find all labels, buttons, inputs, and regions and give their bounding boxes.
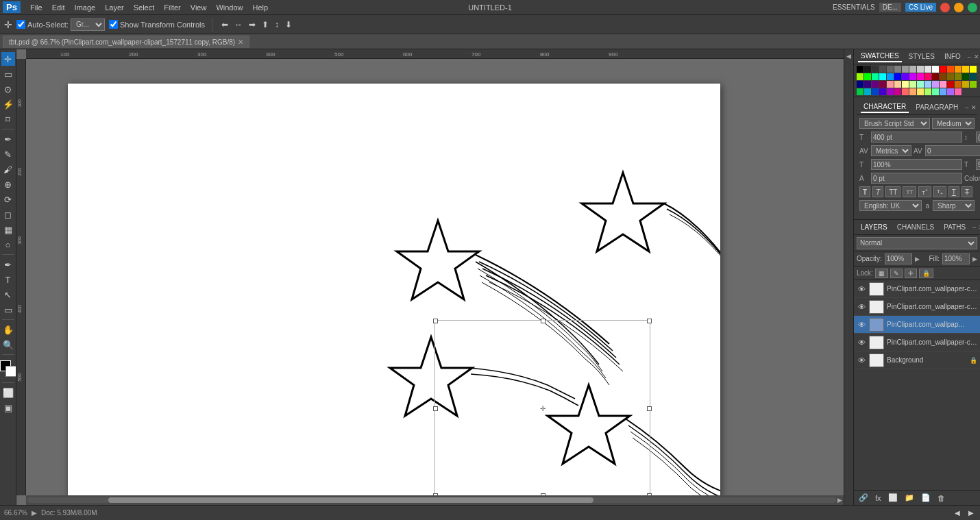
layer-visibility-toggle[interactable]: 👁 (857, 356, 866, 365)
character-collapse-btn[interactable]: – (965, 104, 968, 111)
dodge-tool[interactable]: ○ (1, 238, 15, 251)
clone-tool[interactable]: ⊕ (1, 177, 15, 191)
horizontal-scale-input[interactable]: 90% (976, 159, 980, 170)
align-top-btn[interactable]: ⬆ (260, 19, 271, 30)
swatch[interactable] (902, 66, 909, 73)
swatch[interactable] (917, 81, 924, 88)
swatch[interactable] (879, 73, 886, 80)
swatch[interactable] (947, 81, 954, 88)
quick-select-tool[interactable]: ⚡ (1, 97, 15, 111)
bold-btn[interactable]: T (859, 186, 870, 197)
align-middle-btn[interactable]: ↕ (273, 19, 281, 30)
swatch[interactable] (932, 66, 939, 73)
win-close-btn[interactable] (940, 3, 950, 12)
swatch[interactable] (902, 73, 909, 80)
new-layer-btn[interactable]: 📄 (919, 493, 933, 503)
history-brush[interactable]: ⟳ (1, 193, 15, 206)
vertical-scale-input[interactable]: 100% (871, 159, 962, 170)
tab-character[interactable]: CHARACTER (861, 101, 909, 113)
h-scrollbar[interactable]: ▶ (26, 495, 844, 505)
swatch[interactable] (879, 88, 886, 95)
swatch[interactable] (947, 88, 954, 95)
font-family-select[interactable]: Brush Script Std (859, 118, 930, 129)
swatch[interactable] (955, 81, 961, 88)
hand-tool[interactable]: ✋ (1, 323, 15, 336)
swatch[interactable] (970, 66, 977, 73)
swatch[interactable] (917, 66, 924, 73)
swatch[interactable] (887, 73, 894, 80)
swatches-collapse-btn[interactable]: – (968, 53, 971, 60)
lock-transparent-btn[interactable]: ▦ (875, 269, 888, 278)
layer-visibility-toggle[interactable]: 👁 (857, 338, 866, 347)
document-canvas[interactable]: ✛ (68, 84, 720, 505)
align-bottom-btn[interactable]: ⬇ (283, 19, 294, 30)
swatch[interactable] (932, 81, 939, 88)
shape-tool[interactable]: ▭ (1, 303, 15, 317)
canvas-area[interactable]: 100 200 300 400 500 600 700 800 900 100 … (16, 49, 844, 505)
layer-item[interactable]: 👁 PinClipart.com_wallpaper-cli... (854, 298, 980, 316)
menu-help[interactable]: Help (249, 2, 273, 13)
screen-mode-btn[interactable]: ▣ (1, 401, 15, 414)
swatch[interactable] (970, 73, 977, 80)
swatch[interactable] (970, 81, 977, 88)
layer-item[interactable]: 👁 PinClipart.com_wallpap... (854, 316, 980, 334)
pen-tool[interactable]: ✒ (1, 258, 15, 271)
gradient-tool[interactable]: ▦ (1, 223, 15, 236)
lock-position-btn[interactable]: ✛ (905, 269, 917, 278)
h-scroll-thumb[interactable] (108, 497, 593, 503)
swatch[interactable] (932, 88, 939, 95)
swatch[interactable] (894, 88, 901, 95)
swatch[interactable] (940, 66, 946, 73)
collapse-right-btn[interactable]: ◀ (845, 52, 853, 60)
layers-collapse-btn[interactable]: – (972, 224, 976, 231)
tab-info[interactable]: INFO (942, 51, 964, 62)
swatch[interactable] (947, 73, 954, 80)
swatch[interactable] (857, 66, 863, 73)
swatch[interactable] (872, 66, 879, 73)
layer-visibility-toggle[interactable]: 👁 (857, 302, 866, 312)
swatch[interactable] (902, 81, 909, 88)
layer-item[interactable]: 👁 Background 🔒 (854, 351, 980, 369)
swatch[interactable] (940, 73, 946, 80)
swatch[interactable] (857, 81, 863, 88)
swatch[interactable] (909, 66, 916, 73)
layer-item[interactable]: 👁 PinClipart.com_wallpaper-cli... (854, 334, 980, 351)
win-min-btn[interactable] (954, 3, 964, 12)
swatch[interactable] (887, 66, 894, 73)
eraser-tool[interactable]: ◻ (1, 208, 15, 221)
crop-tool[interactable]: ⌑ (1, 112, 15, 126)
swatch[interactable] (857, 73, 863, 80)
swatches-close-btn[interactable]: ✕ (974, 53, 979, 60)
fg-bg-colors[interactable] (0, 360, 16, 377)
menu-layer[interactable]: Layer (101, 2, 128, 13)
smallcaps-btn[interactable]: TT (903, 186, 916, 197)
opacity-input[interactable] (885, 253, 912, 264)
baseline-input[interactable]: 0 pt (871, 173, 962, 184)
swatch[interactable] (864, 81, 871, 88)
language-select[interactable]: English: UK English: USA (859, 200, 922, 211)
bottom-nav-right[interactable]: ▶ (966, 508, 976, 517)
tracking-input[interactable]: 0 (925, 145, 980, 156)
swatch[interactable] (917, 73, 924, 80)
tab-swatches[interactable]: SWATCHES (858, 51, 902, 62)
swatch[interactable] (962, 73, 969, 80)
spot-heal-tool[interactable]: ✎ (1, 147, 15, 161)
swatch[interactable] (962, 81, 969, 88)
swatch[interactable] (924, 88, 931, 95)
allcaps-btn[interactable]: TT (885, 186, 901, 197)
align-center-btn[interactable]: ↔ (232, 19, 245, 30)
tab-styles[interactable]: STYLES (906, 51, 938, 62)
zoom-tool[interactable]: 🔍 (1, 338, 15, 351)
swatch[interactable] (894, 73, 901, 80)
doc-tab-close[interactable]: ✕ (238, 38, 243, 46)
lasso-tool[interactable]: ⊙ (1, 82, 15, 96)
swatch[interactable] (932, 73, 939, 80)
menu-window[interactable]: Window (212, 2, 247, 13)
swatch[interactable] (902, 88, 909, 95)
antialias-select[interactable]: Sharp Crisp Strong Smooth (933, 200, 975, 211)
swatch[interactable] (894, 66, 901, 73)
quick-mask-btn[interactable]: ⬜ (1, 386, 15, 399)
layer-visibility-toggle[interactable]: 👁 (857, 284, 866, 294)
super-btn[interactable]: T+ (918, 186, 931, 197)
add-style-btn[interactable]: fx (873, 493, 883, 503)
